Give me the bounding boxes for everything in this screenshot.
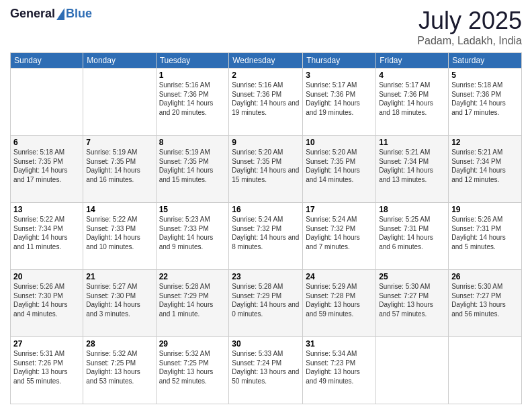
day-info: Sunrise: 5:30 AM Sunset: 7:27 PM Dayligh… bbox=[451, 282, 519, 318]
calendar-cell: 19Sunrise: 5:26 AM Sunset: 7:31 PM Dayli… bbox=[449, 203, 522, 270]
day-number: 12 bbox=[451, 138, 519, 147]
calendar-cell: 20Sunrise: 5:26 AM Sunset: 7:30 PM Dayli… bbox=[11, 270, 83, 337]
calendar-cell: 13Sunrise: 5:22 AM Sunset: 7:34 PM Dayli… bbox=[11, 203, 83, 270]
calendar-cell: 7Sunrise: 5:19 AM Sunset: 7:35 PM Daylig… bbox=[83, 136, 156, 203]
calendar-cell: 6Sunrise: 5:18 AM Sunset: 7:35 PM Daylig… bbox=[11, 136, 83, 203]
day-info: Sunrise: 5:19 AM Sunset: 7:35 PM Dayligh… bbox=[159, 148, 226, 184]
weekday-header: Saturday bbox=[449, 53, 522, 68]
day-info: Sunrise: 5:17 AM Sunset: 7:36 PM Dayligh… bbox=[306, 81, 373, 117]
day-info: Sunrise: 5:19 AM Sunset: 7:35 PM Dayligh… bbox=[86, 148, 152, 184]
weekday-header: Friday bbox=[376, 53, 449, 68]
weekday-header: Tuesday bbox=[156, 53, 229, 68]
day-number: 16 bbox=[232, 205, 300, 214]
calendar-cell: 1Sunrise: 5:16 AM Sunset: 7:36 PM Daylig… bbox=[156, 68, 229, 136]
calendar-cell: 14Sunrise: 5:22 AM Sunset: 7:33 PM Dayli… bbox=[83, 203, 156, 270]
calendar-cell: 28Sunrise: 5:32 AM Sunset: 7:25 PM Dayli… bbox=[83, 337, 156, 404]
calendar-week-row: 6Sunrise: 5:18 AM Sunset: 7:35 PM Daylig… bbox=[11, 136, 522, 203]
day-number: 4 bbox=[379, 71, 445, 80]
day-info: Sunrise: 5:16 AM Sunset: 7:36 PM Dayligh… bbox=[159, 81, 226, 117]
day-number: 3 bbox=[306, 71, 373, 80]
day-info: Sunrise: 5:23 AM Sunset: 7:33 PM Dayligh… bbox=[159, 215, 226, 251]
day-number: 7 bbox=[86, 138, 152, 147]
day-number: 8 bbox=[159, 138, 226, 147]
calendar-cell bbox=[83, 68, 156, 136]
calendar-cell: 31Sunrise: 5:34 AM Sunset: 7:23 PM Dayli… bbox=[303, 337, 376, 404]
day-number: 6 bbox=[13, 138, 80, 147]
day-number: 21 bbox=[86, 272, 152, 281]
day-number: 30 bbox=[232, 339, 300, 349]
calendar-week-row: 20Sunrise: 5:26 AM Sunset: 7:30 PM Dayli… bbox=[11, 270, 522, 337]
day-info: Sunrise: 5:30 AM Sunset: 7:27 PM Dayligh… bbox=[379, 282, 445, 318]
day-info: Sunrise: 5:22 AM Sunset: 7:34 PM Dayligh… bbox=[13, 215, 80, 251]
day-number: 9 bbox=[232, 138, 300, 147]
calendar-cell: 21Sunrise: 5:27 AM Sunset: 7:30 PM Dayli… bbox=[83, 270, 156, 337]
day-number: 13 bbox=[13, 205, 80, 214]
calendar-cell: 25Sunrise: 5:30 AM Sunset: 7:27 PM Dayli… bbox=[376, 270, 449, 337]
day-info: Sunrise: 5:17 AM Sunset: 7:36 PM Dayligh… bbox=[379, 81, 445, 117]
weekday-header: Sunday bbox=[11, 53, 83, 68]
logo-general-text: General bbox=[10, 7, 55, 21]
calendar-cell: 16Sunrise: 5:24 AM Sunset: 7:32 PM Dayli… bbox=[229, 203, 303, 270]
calendar-cell bbox=[376, 337, 449, 404]
day-info: Sunrise: 5:21 AM Sunset: 7:34 PM Dayligh… bbox=[451, 148, 519, 184]
title-section: July 2025 Padam, Ladakh, India bbox=[417, 7, 522, 47]
calendar-week-row: 13Sunrise: 5:22 AM Sunset: 7:34 PM Dayli… bbox=[11, 203, 522, 270]
location: Padam, Ladakh, India bbox=[417, 35, 522, 47]
calendar-cell: 5Sunrise: 5:18 AM Sunset: 7:36 PM Daylig… bbox=[449, 68, 522, 136]
calendar-cell: 11Sunrise: 5:21 AM Sunset: 7:34 PM Dayli… bbox=[376, 136, 449, 203]
logo-triangle-icon bbox=[56, 8, 64, 20]
day-number: 31 bbox=[306, 339, 373, 349]
header: General Blue July 2025 Padam, Ladakh, In… bbox=[10, 7, 522, 47]
day-info: Sunrise: 5:22 AM Sunset: 7:33 PM Dayligh… bbox=[86, 215, 152, 251]
calendar-cell: 22Sunrise: 5:28 AM Sunset: 7:29 PM Dayli… bbox=[156, 270, 229, 337]
day-number: 27 bbox=[13, 339, 80, 349]
day-number: 26 bbox=[451, 272, 519, 281]
day-number: 19 bbox=[451, 205, 519, 214]
day-info: Sunrise: 5:32 AM Sunset: 7:25 PM Dayligh… bbox=[86, 349, 152, 385]
day-number: 1 bbox=[159, 71, 226, 80]
calendar-cell: 26Sunrise: 5:30 AM Sunset: 7:27 PM Dayli… bbox=[449, 270, 522, 337]
day-info: Sunrise: 5:29 AM Sunset: 7:28 PM Dayligh… bbox=[306, 282, 373, 318]
calendar-cell: 9Sunrise: 5:20 AM Sunset: 7:35 PM Daylig… bbox=[229, 136, 303, 203]
day-number: 2 bbox=[232, 71, 300, 80]
day-info: Sunrise: 5:24 AM Sunset: 7:32 PM Dayligh… bbox=[306, 215, 373, 251]
weekday-header: Thursday bbox=[303, 53, 376, 68]
calendar-cell: 18Sunrise: 5:25 AM Sunset: 7:31 PM Dayli… bbox=[376, 203, 449, 270]
day-info: Sunrise: 5:27 AM Sunset: 7:30 PM Dayligh… bbox=[86, 282, 152, 318]
weekday-header-row: SundayMondayTuesdayWednesdayThursdayFrid… bbox=[11, 53, 522, 68]
day-info: Sunrise: 5:20 AM Sunset: 7:35 PM Dayligh… bbox=[232, 148, 300, 184]
calendar-cell: 3Sunrise: 5:17 AM Sunset: 7:36 PM Daylig… bbox=[303, 68, 376, 136]
weekday-header: Wednesday bbox=[229, 53, 303, 68]
day-number: 17 bbox=[306, 205, 373, 214]
day-number: 10 bbox=[306, 138, 373, 147]
day-number: 25 bbox=[379, 272, 445, 281]
day-number: 11 bbox=[379, 138, 445, 147]
logo: General Blue bbox=[10, 7, 92, 21]
weekday-header: Monday bbox=[83, 53, 156, 68]
day-info: Sunrise: 5:25 AM Sunset: 7:31 PM Dayligh… bbox=[379, 215, 445, 251]
day-number: 15 bbox=[159, 205, 226, 214]
day-info: Sunrise: 5:34 AM Sunset: 7:23 PM Dayligh… bbox=[306, 349, 373, 385]
day-info: Sunrise: 5:21 AM Sunset: 7:34 PM Dayligh… bbox=[379, 148, 445, 184]
calendar-week-row: 27Sunrise: 5:31 AM Sunset: 7:26 PM Dayli… bbox=[11, 337, 522, 404]
calendar-cell: 8Sunrise: 5:19 AM Sunset: 7:35 PM Daylig… bbox=[156, 136, 229, 203]
calendar-cell: 2Sunrise: 5:16 AM Sunset: 7:36 PM Daylig… bbox=[229, 68, 303, 136]
day-number: 22 bbox=[159, 272, 226, 281]
day-number: 29 bbox=[159, 339, 226, 349]
calendar-cell: 29Sunrise: 5:32 AM Sunset: 7:25 PM Dayli… bbox=[156, 337, 229, 404]
calendar-cell: 27Sunrise: 5:31 AM Sunset: 7:26 PM Dayli… bbox=[11, 337, 83, 404]
day-info: Sunrise: 5:24 AM Sunset: 7:32 PM Dayligh… bbox=[232, 215, 300, 251]
day-info: Sunrise: 5:16 AM Sunset: 7:36 PM Dayligh… bbox=[232, 81, 300, 117]
calendar-cell: 12Sunrise: 5:21 AM Sunset: 7:34 PM Dayli… bbox=[449, 136, 522, 203]
calendar-week-row: 1Sunrise: 5:16 AM Sunset: 7:36 PM Daylig… bbox=[11, 68, 522, 136]
calendar-cell: 4Sunrise: 5:17 AM Sunset: 7:36 PM Daylig… bbox=[376, 68, 449, 136]
day-number: 20 bbox=[13, 272, 80, 281]
calendar-cell bbox=[11, 68, 83, 136]
day-number: 18 bbox=[379, 205, 445, 214]
calendar-cell: 30Sunrise: 5:33 AM Sunset: 7:24 PM Dayli… bbox=[229, 337, 303, 404]
day-info: Sunrise: 5:28 AM Sunset: 7:29 PM Dayligh… bbox=[159, 282, 226, 318]
day-number: 5 bbox=[451, 71, 519, 80]
day-info: Sunrise: 5:33 AM Sunset: 7:24 PM Dayligh… bbox=[232, 349, 300, 385]
calendar-cell: 23Sunrise: 5:28 AM Sunset: 7:29 PM Dayli… bbox=[229, 270, 303, 337]
day-info: Sunrise: 5:26 AM Sunset: 7:31 PM Dayligh… bbox=[451, 215, 519, 251]
